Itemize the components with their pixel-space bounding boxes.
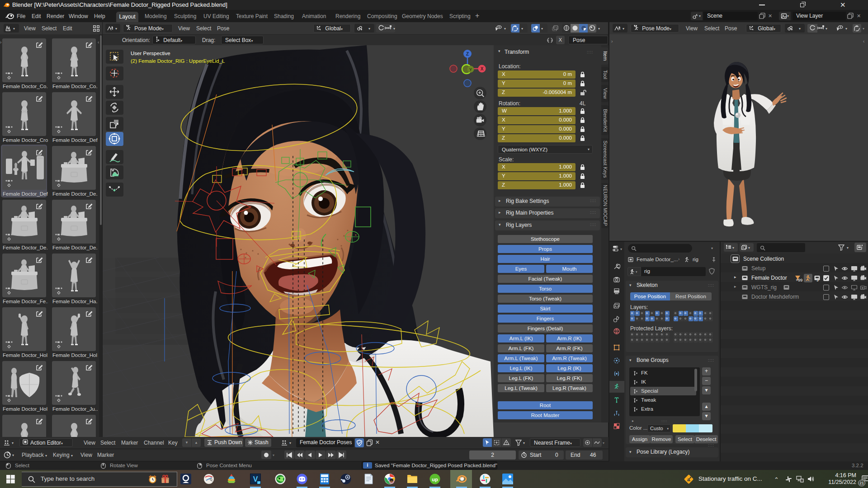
svg-text:Z: Z <box>466 52 469 56</box>
svg-text:17: 17 <box>258 481 260 484</box>
svg-text:X: X <box>481 66 484 71</box>
svg-text:Y: Y <box>469 67 472 72</box>
svg-text:up: up <box>432 477 438 482</box>
